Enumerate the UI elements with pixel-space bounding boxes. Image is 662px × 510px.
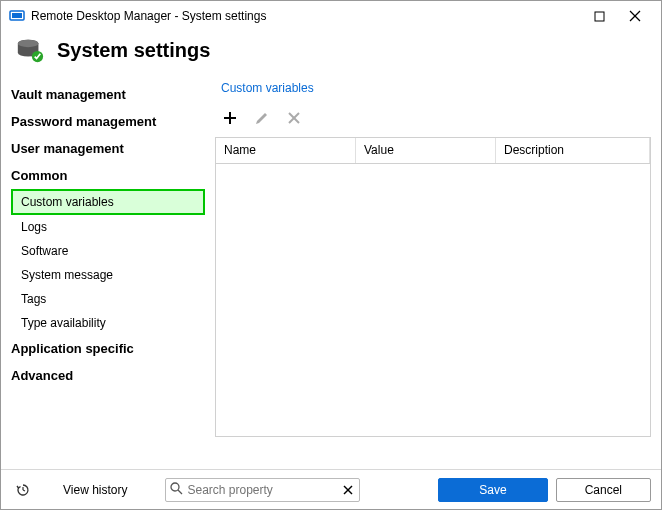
cancel-button[interactable]: Cancel (556, 478, 651, 502)
view-history-link[interactable]: View history (43, 483, 157, 497)
breadcrumb[interactable]: Custom variables (215, 81, 651, 109)
sidebar-item-system-message[interactable]: System message (11, 263, 205, 287)
svg-rect-1 (12, 13, 22, 18)
grid-header: Name Value Description (216, 138, 650, 164)
maximize-button[interactable] (581, 2, 617, 30)
titlebar: Remote Desktop Manager - System settings (1, 1, 661, 31)
sidebar-item-type-availability[interactable]: Type availability (11, 311, 205, 335)
window-title: Remote Desktop Manager - System settings (31, 9, 266, 23)
search-icon (170, 481, 183, 499)
search-property-field[interactable] (165, 478, 360, 502)
sidebar-item-tags[interactable]: Tags (11, 287, 205, 311)
delete-button (285, 109, 303, 127)
sidebar-section-common[interactable]: Common (11, 162, 205, 189)
sidebar-section-vault[interactable]: Vault management (11, 81, 205, 108)
sidebar: Vault management Password management Use… (1, 81, 211, 451)
app-icon (9, 8, 25, 24)
clear-search-icon[interactable] (341, 481, 355, 499)
sidebar-item-logs[interactable]: Logs (11, 215, 205, 239)
col-value[interactable]: Value (356, 138, 496, 163)
history-icon[interactable] (11, 478, 35, 502)
page-header: System settings (1, 31, 661, 81)
close-button[interactable] (617, 2, 653, 30)
svg-line-13 (23, 490, 25, 491)
sidebar-section-advanced[interactable]: Advanced (11, 362, 205, 389)
svg-point-6 (18, 40, 39, 48)
sidebar-item-custom-variables[interactable]: Custom variables (11, 189, 205, 215)
page-title: System settings (57, 39, 210, 62)
sidebar-section-app-specific[interactable]: Application specific (11, 335, 205, 362)
add-button[interactable] (221, 109, 239, 127)
col-description[interactable]: Description (496, 138, 650, 163)
svg-line-15 (178, 490, 182, 494)
svg-rect-2 (595, 12, 604, 21)
toolbar (215, 109, 651, 137)
save-button[interactable]: Save (438, 478, 547, 502)
search-input[interactable] (183, 483, 341, 497)
sidebar-section-password[interactable]: Password management (11, 108, 205, 135)
variables-grid[interactable]: Name Value Description (215, 137, 651, 437)
sidebar-item-software[interactable]: Software (11, 239, 205, 263)
col-name[interactable]: Name (216, 138, 356, 163)
main-panel: Custom variables Name Value Description (211, 81, 661, 451)
settings-db-icon (15, 35, 45, 65)
sidebar-section-user[interactable]: User management (11, 135, 205, 162)
svg-point-14 (171, 483, 179, 491)
footer: View history Save Cancel (1, 469, 661, 509)
edit-button (253, 109, 271, 127)
